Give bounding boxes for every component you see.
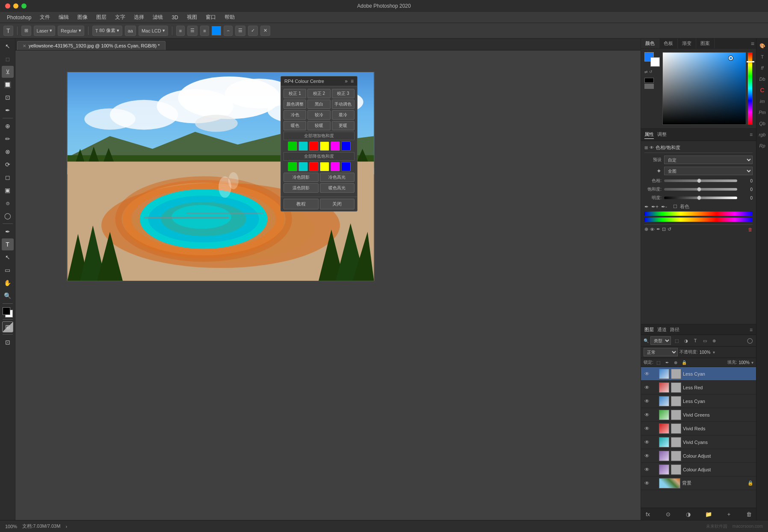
panel-menu-icon[interactable]: ≡ bbox=[751, 40, 754, 47]
blue-color-btn[interactable] bbox=[341, 141, 351, 151]
character-panel-button[interactable]: ☰ bbox=[235, 26, 245, 36]
tab-channels[interactable]: 通道 bbox=[657, 326, 667, 333]
nav-arrow[interactable]: › bbox=[65, 524, 67, 529]
add-mask-button[interactable]: ⊙ bbox=[664, 510, 672, 518]
move-tool-button[interactable]: ↖ bbox=[2, 40, 14, 52]
menu-view[interactable]: 视图 bbox=[183, 13, 201, 22]
warm-button[interactable]: 暖色 bbox=[284, 121, 306, 130]
menu-help[interactable]: 帮助 bbox=[221, 13, 238, 22]
panel-toggle-c[interactable]: C bbox=[758, 85, 767, 95]
window-controls[interactable] bbox=[5, 3, 27, 9]
delete-layer-button[interactable]: 🗑 bbox=[745, 510, 753, 518]
menu-edit[interactable]: 编辑 bbox=[55, 13, 72, 22]
pen-tool-button[interactable]: ✒ bbox=[2, 226, 14, 238]
menu-3d[interactable]: 3D bbox=[168, 14, 181, 21]
rp4-menu-button[interactable]: ≡ bbox=[351, 78, 354, 84]
layer-item-3[interactable]: 👁 Vivid Greens bbox=[641, 408, 756, 422]
new-group-button[interactable]: 📁 bbox=[704, 510, 713, 518]
tool-type-button[interactable]: T bbox=[3, 26, 13, 36]
calibrate2-button[interactable]: 校正 2 bbox=[307, 89, 330, 98]
eyedropper-icon[interactable]: ✒ bbox=[644, 204, 649, 210]
font-options-button[interactable]: ⊞ bbox=[21, 26, 31, 36]
reset-btn[interactable]: ↺ bbox=[668, 226, 671, 232]
layer-item-7[interactable]: 👁 Colour Adjust bbox=[641, 463, 756, 476]
tab-properties[interactable]: 属性 bbox=[644, 130, 654, 139]
tab-gradient[interactable]: 渐变 bbox=[678, 38, 696, 48]
preset-select[interactable]: 自定 bbox=[664, 156, 753, 164]
blue-color-btn-2[interactable] bbox=[341, 162, 351, 171]
red-color-btn[interactable] bbox=[309, 141, 319, 151]
cool-highlight-button[interactable]: 冷色高光 bbox=[320, 173, 355, 182]
tab-adjustment[interactable]: 调整 bbox=[657, 130, 667, 139]
layer-1-visibility-icon[interactable]: 👁 bbox=[644, 384, 650, 391]
commit-button[interactable]: ✓ bbox=[248, 26, 258, 36]
coolest-button[interactable]: 最冷 bbox=[332, 110, 354, 120]
layer-0-visibility-icon[interactable]: 👁 bbox=[644, 370, 650, 377]
calibrate1-button[interactable]: 校正 1 bbox=[284, 89, 306, 98]
minimize-window-button[interactable] bbox=[13, 3, 18, 9]
foreground-background-swatch[interactable] bbox=[2, 307, 14, 317]
font-size-button[interactable]: T 80 像素 ▾ bbox=[92, 26, 122, 36]
magenta-color-btn[interactable] bbox=[331, 141, 340, 151]
layer-item-5[interactable]: 👁 Vivid Cyans bbox=[641, 435, 756, 449]
menu-image[interactable]: 图像 bbox=[74, 13, 91, 22]
object-select-button[interactable]: 🔲 bbox=[2, 79, 14, 91]
layer-3-visibility-icon[interactable]: 👁 bbox=[644, 411, 650, 418]
layers-menu-icon[interactable]: ≡ bbox=[750, 327, 753, 333]
blur-tool-button[interactable]: ⌾ bbox=[2, 197, 14, 209]
layer-5-visibility-icon[interactable]: 👁 bbox=[644, 439, 650, 446]
layer-6-visibility-icon[interactable]: 👁 bbox=[644, 453, 650, 459]
tab-paths[interactable]: 路径 bbox=[670, 326, 679, 333]
bright-thumb[interactable] bbox=[697, 196, 701, 200]
new-adjustment-button[interactable]: ◑ bbox=[684, 510, 693, 518]
bright-track[interactable] bbox=[664, 197, 737, 199]
opacity-dropdown-icon[interactable]: ▾ bbox=[713, 350, 715, 355]
sat-thumb[interactable] bbox=[697, 187, 701, 191]
hue-track[interactable] bbox=[664, 179, 737, 182]
menu-photoshop[interactable]: Photoshop bbox=[3, 14, 35, 21]
swap-colors-icon[interactable]: ⇄ bbox=[644, 70, 648, 74]
panel-toggle-db[interactable]: Db bbox=[758, 74, 767, 84]
warmer-button[interactable]: 较暖 bbox=[307, 121, 330, 130]
reset-colors-icon[interactable]: ↺ bbox=[649, 70, 653, 74]
eyedropper-button[interactable]: ✒ bbox=[2, 104, 14, 116]
calibrate3-button[interactable]: 校正 3 bbox=[332, 89, 354, 98]
align-left-button[interactable]: ≡ bbox=[176, 26, 185, 36]
rp4-close-button[interactable]: 关闭 bbox=[320, 199, 355, 209]
panel-toggle-rgb[interactable]: rgb bbox=[758, 130, 767, 139]
lasso-tool-button[interactable]: ⊻ bbox=[2, 66, 14, 78]
tab-color[interactable]: 颜色 bbox=[641, 38, 659, 48]
align-center-button[interactable]: ☰ bbox=[187, 26, 198, 36]
green-color-btn[interactable] bbox=[288, 141, 297, 151]
layer-filter-toggle[interactable]: ◯ bbox=[746, 337, 753, 344]
clip-to-layer-btn[interactable]: ⊕ bbox=[644, 226, 648, 232]
tab-close-icon[interactable]: ✕ bbox=[23, 44, 26, 48]
canvas-area[interactable]: RP4 Colour Centre » ≡ 校正 1 校正 2 校正 3 bbox=[15, 50, 641, 520]
heal-tool-button[interactable]: ⊕ bbox=[2, 120, 14, 132]
edit-contents-btn[interactable]: ✒ bbox=[656, 226, 660, 232]
layer-filter-shape-icon[interactable]: ▭ bbox=[701, 337, 709, 344]
layer-2-visibility-icon[interactable]: 👁 bbox=[644, 398, 650, 405]
path-select-button[interactable]: ↖ bbox=[2, 251, 14, 263]
panel-toggle-ff[interactable]: ff bbox=[758, 63, 767, 73]
rp4-collapse-button[interactable]: » bbox=[345, 78, 348, 84]
layer-type-filter[interactable]: 类型 bbox=[650, 336, 671, 345]
lock-all-btn[interactable]: 🔒 bbox=[681, 359, 688, 366]
font-style-button[interactable]: Regular ▾ bbox=[58, 26, 84, 36]
menu-filter[interactable]: 滤镜 bbox=[149, 13, 166, 22]
foreground-color-swatch[interactable] bbox=[3, 307, 10, 315]
layer-item-6[interactable]: 👁 Colour Adjust bbox=[641, 449, 756, 463]
clone-tool-button[interactable]: ⊗ bbox=[2, 146, 14, 158]
warmer2-button[interactable]: 更暖 bbox=[332, 121, 354, 130]
cyan-color-btn[interactable] bbox=[298, 141, 308, 151]
eyedropper-plus-icon[interactable]: ✒+ bbox=[651, 204, 659, 210]
hue-slider[interactable] bbox=[747, 52, 753, 125]
screen-mode-toggle[interactable]: ⊡ bbox=[2, 336, 14, 348]
panel-toggle-pm[interactable]: Pm bbox=[758, 108, 767, 117]
layer-item-2[interactable]: 👁 Less Cyan bbox=[641, 394, 756, 408]
visibility-toggle-btn[interactable]: 👁 bbox=[650, 227, 655, 232]
zoom-tool-button[interactable]: 🔍 bbox=[2, 290, 14, 302]
tab-swatches[interactable]: 色板 bbox=[659, 38, 678, 48]
yellow-color-btn[interactable] bbox=[320, 141, 329, 151]
panel-toggle-type[interactable]: T bbox=[758, 52, 767, 62]
